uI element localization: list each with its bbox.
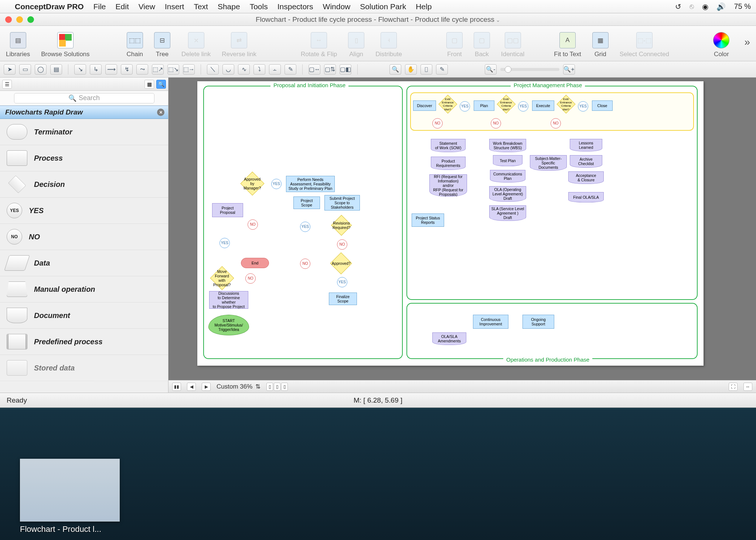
libraries-button[interactable]: ▤Libraries <box>6 32 30 58</box>
sidebar-view-grid-icon[interactable]: ▦ <box>144 80 154 89</box>
zoom-level-label[interactable]: Custom 36% <box>217 383 252 390</box>
node-sla[interactable]: SLA (Service Level Agreement ) Draft <box>489 205 526 221</box>
conn-tool-7-icon[interactable]: ⬚↘ <box>167 64 179 75</box>
snap-tool-1-icon[interactable]: ▢↔ <box>309 64 320 75</box>
conn-tool-1-icon[interactable]: ↘ <box>74 64 86 75</box>
node-lessons[interactable]: Lessons Learned <box>570 139 602 151</box>
fit-to-text-button[interactable]: AFit to Text <box>554 32 581 58</box>
yes-circle-6[interactable]: YES <box>518 101 528 112</box>
stamp-tool-icon[interactable]: ⌷ <box>420 64 432 75</box>
rect-tool-icon[interactable]: ▭ <box>19 64 31 75</box>
polyline-tool-icon[interactable]: ⫠ <box>269 64 281 75</box>
snap-tool-3-icon[interactable]: ▢◧ <box>340 64 351 75</box>
conn-tool-2-icon[interactable]: ↳ <box>90 64 102 75</box>
node-end[interactable]: End <box>241 258 269 268</box>
yes-circle-1[interactable]: YES <box>219 238 230 248</box>
node-archive[interactable]: Archive Checklist <box>570 155 602 168</box>
node-perform[interactable]: Perform Needs Assessment, Feasibility St… <box>286 176 335 192</box>
menu-file[interactable]: File <box>93 2 106 11</box>
browse-solutions-button[interactable]: Browse Solutions <box>41 32 89 58</box>
snap-tool-2-icon[interactable]: ▢⇅ <box>324 64 336 75</box>
spline-tool-icon[interactable]: ∿ <box>238 64 250 75</box>
node-testplan[interactable]: Test Plan <box>493 155 522 166</box>
menu-help[interactable]: Help <box>416 2 432 11</box>
yes-circle-7[interactable]: YES <box>578 101 588 112</box>
node-status[interactable]: Project Status Reports <box>412 213 444 227</box>
page-pause-icon[interactable]: ▮▮ <box>172 383 181 391</box>
hand-tool-icon[interactable]: ✋ <box>405 64 417 75</box>
freehand-tool-icon[interactable]: ✎ <box>285 64 296 75</box>
page-next-icon[interactable]: ▶ <box>202 383 211 391</box>
pointer-tool-icon[interactable]: ➤ <box>4 64 16 75</box>
dock-thumbnail[interactable]: Flowchart - Product l... <box>20 459 120 534</box>
node-sow[interactable]: Statement of Work (SOW) <box>431 139 466 152</box>
node-prodreq[interactable]: Product Requirements <box>431 157 466 170</box>
app-name[interactable]: ConceptDraw PRO <box>15 2 84 11</box>
wifi-icon[interactable]: ◉ <box>702 2 708 11</box>
title-chevron-icon[interactable]: ⌄ <box>496 17 500 23</box>
library-header[interactable]: Flowcharts Rapid Draw × <box>0 106 168 119</box>
node-wbs[interactable]: Work Breakdown Structure (WBS) <box>489 139 526 152</box>
grid-button[interactable]: ▦Grid <box>592 32 609 58</box>
no-circle-1[interactable]: NO <box>245 273 256 284</box>
node-comm[interactable]: Communications Plan <box>490 170 525 182</box>
no-circle-6[interactable]: NO <box>491 118 501 129</box>
conn-tool-4-icon[interactable]: ↯ <box>121 64 133 75</box>
close-library-icon[interactable]: × <box>157 109 164 116</box>
node-rfi[interactable]: RFI (Request for Information) and/or RFP… <box>429 174 467 196</box>
node-cont-improvement[interactable]: Continuous Improvement <box>473 315 508 329</box>
yes-circle-4[interactable]: YES <box>337 277 347 287</box>
conn-tool-5-icon[interactable]: ⤳ <box>136 64 148 75</box>
yes-circle-3[interactable]: YES <box>300 222 310 232</box>
ellipse-tool-icon[interactable]: ◯ <box>35 64 47 75</box>
volume-icon[interactable]: 🔊 <box>716 2 726 11</box>
drawing-page[interactable]: Proposal and Initiation Phase Project Ma… <box>197 81 704 366</box>
arc-tool-icon[interactable]: ◡ <box>222 64 234 75</box>
menu-inspectors[interactable]: Inspectors <box>277 2 313 11</box>
bluetooth-icon[interactable]: ⎋ <box>689 2 694 11</box>
fit-width-icon[interactable]: ↔ <box>743 383 752 391</box>
no-circle-5[interactable]: NO <box>432 118 443 129</box>
color-wheel-icon[interactable] <box>713 32 729 48</box>
yes-circle-5[interactable]: YES <box>460 101 470 112</box>
page-thumbs[interactable]: ▯▯▯ <box>266 383 288 391</box>
shape-no[interactable]: NONO <box>0 224 168 250</box>
menu-edit[interactable]: Edit <box>116 2 129 11</box>
node-discuss[interactable]: Discussions to Determine whether to Prop… <box>209 291 248 309</box>
node-ola[interactable]: OLA (Operating Level Agreement) Draft <box>489 186 526 202</box>
menu-solution-park[interactable]: Solution Park <box>360 2 406 11</box>
color-button[interactable]: Color <box>713 32 729 58</box>
toolbar-overflow-icon[interactable]: » <box>744 36 750 48</box>
window-title[interactable]: Flowchart - Product life cycle process -… <box>256 16 494 23</box>
shape-document[interactable]: Document <box>0 303 168 329</box>
zoom-out-icon[interactable]: 🔍- <box>485 64 497 75</box>
conn-tool-8-icon[interactable]: ⬚→ <box>183 64 195 75</box>
shape-predefined-process[interactable]: Predefined process <box>0 329 168 355</box>
shape-terminator[interactable]: Terminator <box>0 119 168 145</box>
menu-text[interactable]: Text <box>194 2 208 11</box>
page-prev-icon[interactable]: ◀ <box>187 383 196 391</box>
no-circle-7[interactable]: NO <box>551 118 561 129</box>
node-discover[interactable]: Discover <box>413 100 436 111</box>
canvas-area[interactable]: Proposal and Initiation Phase Project Ma… <box>168 78 756 393</box>
node-amend[interactable]: OLA/SLA Amendments <box>432 332 466 345</box>
node-plan[interactable]: Plan <box>474 100 494 111</box>
shape-decision[interactable]: Decision <box>0 171 168 198</box>
text-tool-icon[interactable]: ▤ <box>50 64 62 75</box>
zoom-tool-icon[interactable]: 🔍 <box>389 64 401 75</box>
menu-tools[interactable]: Tools <box>250 2 268 11</box>
eyedropper-tool-icon[interactable]: ✎ <box>436 64 448 75</box>
node-submit-scope[interactable]: Submit Project Scope to Stakeholders <box>324 195 360 211</box>
menu-view[interactable]: View <box>139 2 155 11</box>
node-scope[interactable]: Project Scope <box>293 196 320 209</box>
shape-process[interactable]: Process <box>0 145 168 171</box>
shape-manual-operation[interactable]: Manual operation <box>0 276 168 303</box>
history-icon[interactable]: ↺ <box>675 2 681 11</box>
node-proposal[interactable]: Project Proposal <box>212 203 243 217</box>
chain-button[interactable]: ⬚⬚Chain <box>127 32 143 58</box>
zoom-slider[interactable] <box>500 68 559 71</box>
no-circle-4[interactable]: NO <box>300 259 310 269</box>
bezier-tool-icon[interactable]: ⤵ <box>253 64 265 75</box>
node-close[interactable]: Close <box>592 100 613 111</box>
conn-tool-3-icon[interactable]: ⟿ <box>105 64 117 75</box>
